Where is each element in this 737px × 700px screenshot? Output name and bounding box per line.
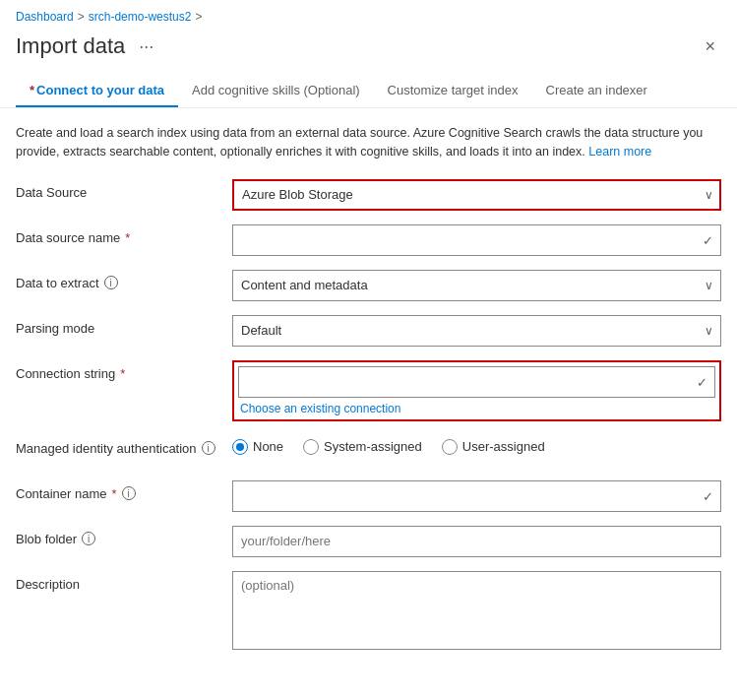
content-area: Create and load a search index using dat… — [0, 108, 737, 676]
learn-more-link[interactable]: Learn more — [588, 145, 651, 159]
data-to-extract-label: Data to extract i — [16, 270, 232, 290]
managed-identity-row: Managed identity authentication i None S… — [16, 435, 721, 467]
data-to-extract-select-wrapper: Content and metadata ∨ — [232, 270, 721, 301]
parsing-mode-control: Default ∨ — [232, 315, 721, 347]
container-name-row: Container name * i cog-search-demo ✓ — [16, 480, 721, 512]
breadcrumb-service[interactable]: srch-demo-westus2 — [89, 10, 192, 24]
breadcrumb: Dashboard > srch-demo-westus2 > — [0, 0, 737, 30]
data-source-name-control: cog-search-demo-ds ✓ — [232, 224, 721, 256]
connection-string-label: Connection string * — [16, 360, 232, 381]
connection-string-control: DefaultEndpointsProtocol=https;AccountNa… — [232, 360, 721, 421]
choose-existing-connection-link[interactable]: Choose an existing connection — [238, 402, 715, 415]
description-row: Description — [16, 571, 721, 653]
blob-folder-row: Blob folder i — [16, 526, 721, 557]
connection-string-input-wrapper: DefaultEndpointsProtocol=https;AccountNa… — [238, 366, 715, 398]
data-source-name-input[interactable]: cog-search-demo-ds — [232, 224, 721, 256]
breadcrumb-chevron-1: > — [78, 10, 85, 24]
connection-string-input[interactable]: DefaultEndpointsProtocol=https;AccountNa… — [238, 366, 715, 398]
breadcrumb-chevron-2: > — [195, 10, 202, 24]
radio-system-circle — [303, 439, 319, 455]
tab-indexer[interactable]: Create an indexer — [532, 75, 661, 107]
description-field-control — [232, 571, 721, 653]
data-source-control: Azure Blob Storage ∨ — [232, 179, 721, 211]
data-to-extract-row: Data to extract i Content and metadata ∨ — [16, 270, 721, 301]
data-source-row: Data Source Azure Blob Storage ∨ — [16, 179, 721, 211]
parsing-mode-select[interactable]: Default — [232, 315, 721, 347]
blob-folder-label: Blob folder i — [16, 526, 232, 546]
identity-options: None System-assigned User-assigned — [232, 435, 721, 455]
container-name-input-wrapper: cog-search-demo ✓ — [232, 480, 721, 512]
parsing-mode-row: Parsing mode Default ∨ — [16, 315, 721, 347]
description-text: Create and load a search index using dat… — [16, 124, 721, 161]
page-header: Import data ··· × — [0, 30, 737, 75]
tab-cognitive[interactable]: Add cognitive skills (Optional) — [178, 75, 374, 107]
container-name-control: cog-search-demo ✓ — [232, 480, 721, 512]
container-name-label: Container name * i — [16, 480, 232, 501]
close-button[interactable]: × — [699, 34, 721, 59]
connection-string-highlight-box: DefaultEndpointsProtocol=https;AccountNa… — [232, 360, 721, 421]
parsing-mode-label: Parsing mode — [16, 315, 232, 336]
page-title: Import data — [16, 33, 125, 59]
container-name-info-icon[interactable]: i — [122, 486, 136, 500]
data-to-extract-info-icon[interactable]: i — [104, 276, 118, 289]
tab-index[interactable]: Customize target index — [374, 75, 532, 107]
tab-connect-star: * — [30, 83, 34, 97]
data-source-name-required: * — [125, 230, 130, 245]
managed-identity-control: None System-assigned User-assigned — [232, 435, 721, 455]
radio-system-assigned[interactable]: System-assigned — [303, 439, 422, 455]
description-textarea[interactable] — [232, 571, 721, 650]
parsing-mode-select-wrapper: Default ∨ — [232, 315, 721, 347]
data-source-name-label: Data source name * — [16, 224, 232, 245]
radio-none[interactable]: None — [232, 439, 283, 455]
tab-bar: *Connect to your data Add cognitive skil… — [0, 75, 737, 108]
data-source-name-row: Data source name * cog-search-demo-ds ✓ — [16, 224, 721, 256]
managed-identity-label: Managed identity authentication i — [16, 435, 232, 456]
breadcrumb-dashboard[interactable]: Dashboard — [16, 10, 74, 24]
data-source-label: Data Source — [16, 179, 232, 200]
data-source-select-wrapper: Azure Blob Storage ∨ — [232, 179, 721, 211]
tab-connect[interactable]: *Connect to your data — [16, 75, 178, 107]
data-to-extract-select[interactable]: Content and metadata — [232, 270, 721, 301]
data-source-name-input-wrapper: cog-search-demo-ds ✓ — [232, 224, 721, 256]
blob-folder-info-icon[interactable]: i — [82, 532, 95, 545]
data-to-extract-control: Content and metadata ∨ — [232, 270, 721, 301]
container-name-input[interactable]: cog-search-demo — [232, 480, 721, 512]
managed-identity-info-icon[interactable]: i — [202, 441, 215, 455]
blob-folder-control — [232, 526, 721, 557]
radio-user-assigned[interactable]: User-assigned — [442, 439, 545, 455]
data-source-select[interactable]: Azure Blob Storage — [232, 179, 721, 211]
description-field-label: Description — [16, 571, 232, 592]
connection-string-required: * — [120, 366, 125, 381]
container-name-required: * — [112, 486, 117, 501]
connection-string-row: Connection string * DefaultEndpointsProt… — [16, 360, 721, 421]
blob-folder-input[interactable] — [232, 526, 721, 557]
page-title-row: Import data ··· — [16, 33, 159, 59]
radio-none-circle — [232, 439, 248, 455]
ellipsis-button[interactable]: ··· — [133, 34, 159, 59]
radio-user-circle — [442, 439, 458, 455]
